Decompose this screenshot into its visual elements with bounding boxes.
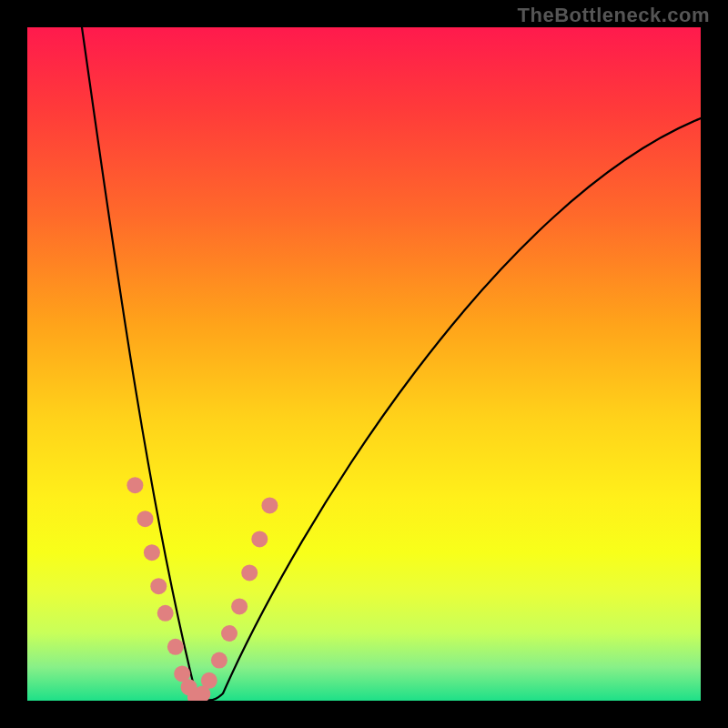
data-marker	[241, 564, 258, 581]
data-marker	[126, 477, 143, 493]
data-marker	[221, 625, 238, 642]
bottleneck-curve	[82, 27, 701, 701]
data-marker	[157, 605, 174, 622]
data-marker	[261, 497, 278, 513]
plot-area	[27, 27, 701, 701]
marker-group	[126, 477, 278, 701]
data-marker	[144, 544, 160, 561]
data-marker	[231, 598, 248, 614]
data-marker	[211, 652, 228, 669]
data-marker	[251, 531, 268, 547]
data-marker	[167, 639, 184, 655]
curve-svg	[27, 27, 701, 701]
data-marker	[150, 578, 167, 594]
watermark-text: TheBottleneck.com	[518, 4, 710, 27]
data-marker	[201, 672, 217, 689]
chart-canvas: TheBottleneck.com	[0, 0, 728, 728]
data-marker	[137, 511, 154, 527]
